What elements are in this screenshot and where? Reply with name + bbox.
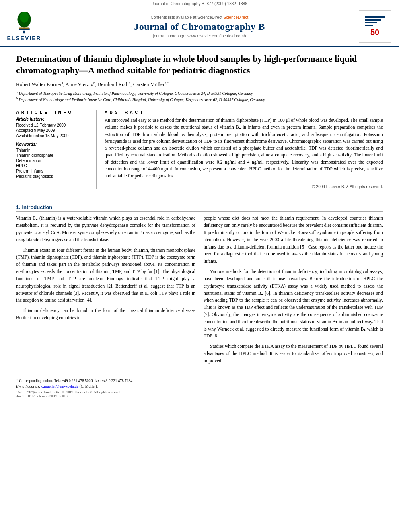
- affiliations: a Department of Therapeutic Drug Monitor…: [16, 90, 383, 102]
- body-two-col: Vitamin B₁ (thiamin) is a water-soluble …: [16, 215, 383, 368]
- article-info-title: A R T I C L E I N F O: [16, 110, 90, 115]
- authors-line: Robert Walter Körnera, Anne Vierzigb, Be…: [16, 81, 383, 88]
- logo-line-2: [365, 19, 381, 21]
- article-history-label: Article history:: [16, 117, 90, 121]
- email-note: E-mail address: c.mueller@uni-koeln.de (…: [16, 384, 383, 388]
- journal-homepage: journal homepage: www.elsevier.com/locat…: [40, 34, 359, 38]
- received-date: Received 12 February 2009: [16, 123, 90, 127]
- divider-1: [16, 106, 383, 106]
- sciencedirect-text: Contents lists available at ScienceDirec…: [40, 15, 359, 20]
- abstract-text: An improved and easy to use method for t…: [105, 117, 383, 179]
- email-label: E-mail address:: [16, 384, 41, 388]
- email-link[interactable]: c.mueller@uni-koeln.de: [41, 384, 78, 388]
- body-para-2: Thiamin exists in four different forms i…: [16, 247, 195, 304]
- elsevier-label: ELSEVIER: [7, 35, 41, 41]
- journal-citation-bar: Journal of Chromatography B, 877 (2009) …: [0, 0, 399, 7]
- body-para-5: Various methods for the detection of thi…: [204, 268, 383, 340]
- body-content: 1. Introduction Vitamin B₁ (thiamin) is …: [0, 204, 399, 376]
- journal-logo-box: 50: [359, 10, 391, 43]
- journal-header-center: Contents lists available at ScienceDirec…: [40, 15, 359, 38]
- affiliation-a: a Department of Therapeutic Drug Monitor…: [16, 90, 383, 96]
- affiliation-b: b Department of Neonatology and Pediatri…: [16, 97, 383, 102]
- keyword-5: Preterm infants: [16, 169, 90, 173]
- article-info-row: A R T I C L E I N F O Article history: R…: [16, 110, 383, 189]
- volume-number: 50: [370, 28, 379, 37]
- svg-point-3: [20, 12, 29, 23]
- body-col-right: people whose diet does not meet the thia…: [204, 215, 383, 368]
- logo-line-3: [365, 22, 377, 23]
- logo-lines: [365, 16, 385, 26]
- accepted-date: Accepted 9 May 2009: [16, 128, 90, 133]
- elsevier-tree-icon: [14, 12, 34, 34]
- correspondence-note: * Corresponding author. Tel.: +49 0 221 …: [16, 379, 383, 383]
- body-para-4: people whose diet does not meet the thia…: [204, 215, 383, 265]
- keyword-6: Pediatric diagnostics: [16, 174, 90, 179]
- body-para-1: Vitamin B₁ (thiamin) is a water-soluble …: [16, 215, 195, 243]
- doi-line: doi:10.1016/j.jchromb.2009.05.013: [16, 394, 383, 398]
- journal-header: ELSEVIER Contents lists available at Sci…: [0, 7, 399, 47]
- body-para-6: Studies which compare the ETKA assay to …: [204, 343, 383, 364]
- sciencedirect-link[interactable]: ScienceDirect: [223, 15, 248, 20]
- available-date: Available online 15 May 2009: [16, 134, 90, 138]
- section-1-header: 1. Introduction: [16, 204, 383, 212]
- logo-line-4: [365, 25, 373, 26]
- keyword-2: Thiamin diphosphate: [16, 153, 90, 158]
- keyword-3: Determination: [16, 158, 90, 163]
- svg-rect-4: [19, 27, 29, 29]
- article-info-left: A R T I C L E I N F O Article history: R…: [16, 110, 97, 189]
- keywords-label: Keywords:: [16, 142, 90, 146]
- footer-ids: 1570-0232/$ – see front matter © 2009 El…: [16, 390, 383, 398]
- logo-line-1: [365, 16, 385, 18]
- keyword-1: Thiamin: [16, 148, 90, 152]
- elsevier-logo: ELSEVIER: [8, 12, 40, 41]
- copyright-line: © 2009 Elsevier B.V. All rights reserved…: [105, 183, 383, 189]
- main-content: Determination of thiamin diphosphate in …: [0, 47, 399, 203]
- keyword-4: HPLC: [16, 164, 90, 168]
- abstract-section: A B S T R A C T An improved and easy to …: [105, 110, 383, 189]
- journal-title: Journal of Chromatography B: [40, 21, 359, 32]
- correspondence-star-text: * Corresponding author. Tel.: +49 0 221 …: [16, 379, 133, 383]
- body-para-3: Thiamin deficiency can be found in the f…: [16, 307, 195, 322]
- article-title: Determination of thiamin diphosphate in …: [16, 53, 383, 76]
- svg-rect-0: [23, 30, 25, 33]
- journal-citation: Journal of Chromatography B, 877 (2009) …: [152, 2, 247, 6]
- abstract-title: A B S T R A C T: [105, 110, 383, 115]
- article-footer: * Corresponding author. Tel.: +49 0 221 …: [0, 376, 399, 401]
- issn-line: 1570-0232/$ – see front matter © 2009 El…: [16, 390, 383, 394]
- body-col-left: Vitamin B₁ (thiamin) is a water-soluble …: [16, 215, 195, 368]
- email-person: (C. Müller).: [79, 384, 98, 388]
